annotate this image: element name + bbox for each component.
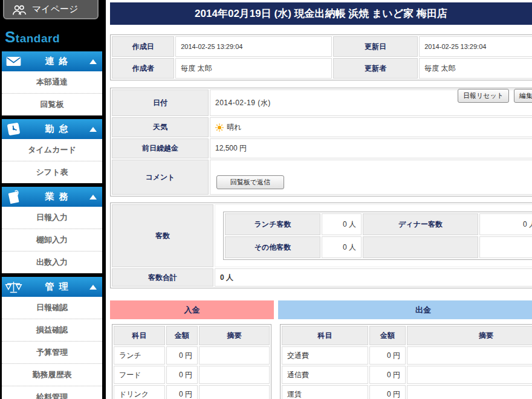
nippo-reset-button[interactable]: 日報リセット <box>458 89 509 103</box>
sun-icon <box>215 123 224 132</box>
col-note: 摘要 <box>407 326 532 345</box>
income-amount: 0 円 <box>166 366 198 384</box>
income-amount: 0 円 <box>166 346 198 365</box>
expense-note <box>407 346 532 365</box>
collapse-arrow-icon <box>89 195 97 199</box>
collapse-arrow-icon <box>89 285 97 290</box>
date-label: 日付 <box>112 89 209 116</box>
table-row: 運賃 0 円 <box>282 385 532 399</box>
created-by-value: 毎度 太郎 <box>175 58 332 79</box>
report-table: 日付 2014-02-19 (水) 天気 晴れ 前日繰越金 12,500 円 コ… <box>110 88 532 196</box>
sidebar-item-tanaoroshi-input[interactable]: 棚卸入力 <box>2 229 102 251</box>
table-row: ランチ 0 円 <box>114 346 270 365</box>
meta-table: 作成日 2014-02-25 13:29:04 更新日 2014-02-25 1… <box>110 34 532 80</box>
section-items: 日報入力 棚卸入力 出数入力 <box>2 207 102 273</box>
guests-total-value: 0 人 <box>215 268 532 287</box>
expense-subject: 運賃 <box>282 385 368 399</box>
lunch-guests-label: ランチ客数 <box>225 213 320 235</box>
updated-date-label: 更新日 <box>333 36 418 57</box>
expense-block: 出金 科目 金額 摘要 交通費 0 円 通信費 0 円 <box>278 300 532 399</box>
comment-label: コメント <box>112 160 209 195</box>
section-label: 業務 <box>24 191 89 203</box>
sidebar-item-nippo-input[interactable]: 日報入力 <box>2 207 102 229</box>
mypage-button[interactable]: マイページ <box>3 0 99 19</box>
weather-value-cell: 晴れ <box>210 117 532 137</box>
sidebar-item-yosan-kanri[interactable]: 予算管理 <box>2 342 102 364</box>
dinner-guests-value: 0 人 <box>479 213 532 235</box>
date-row-buttons: 日報リセット 編集画面 <box>458 89 532 103</box>
other-guests-label: その他客数 <box>225 236 320 258</box>
table-row: 通信費 0 円 <box>282 366 532 384</box>
sidebar-item-kairanban[interactable]: 回覧板 <box>2 94 102 115</box>
section-label: 勤怠 <box>24 123 89 135</box>
edit-screen-button[interactable]: 編集画面 <box>514 89 532 103</box>
sidebar-section-attendance[interactable]: 勤怠 <box>2 119 102 139</box>
table-row: ドリンク 0 円 <box>114 385 270 399</box>
brand-logo: Standard <box>5 28 106 47</box>
money-section: 入金 科目 金額 摘要 ランチ 0 円 フード 0 円 <box>110 300 532 399</box>
sidebar-item-timecard[interactable]: タイムカード <box>2 139 102 161</box>
sidebar: マイページ Standard 連絡 本部通達 回覧板 勤怠 タイムカード シフト… <box>0 0 106 399</box>
envelope-icon <box>3 56 24 67</box>
clipboard-icon <box>3 189 24 204</box>
updated-date-value: 2014-02-25 13:29:04 <box>419 36 532 57</box>
created-date-value: 2014-02-25 13:29:04 <box>175 36 332 57</box>
expense-amount: 0 円 <box>369 366 406 384</box>
sidebar-section-contact[interactable]: 連絡 <box>2 51 102 71</box>
income-header: 入金 <box>110 300 274 319</box>
col-subject: 科目 <box>114 326 165 345</box>
sidebar-item-shift[interactable]: シフト表 <box>2 161 102 183</box>
collapse-arrow-icon <box>89 127 97 132</box>
section-items: タイムカード シフト表 <box>2 139 102 183</box>
page-title: 2014年02月19日 (水) 現金出納帳 浜焼 まいど家 梅田店 <box>110 2 532 25</box>
guests-inner-cell: ランチ客数 0 人 ディナー客数 0 人 その他客数 0 人 <box>215 204 532 267</box>
col-subject: 科目 <box>282 326 368 345</box>
dinner-guests-label: ディナー客数 <box>363 213 478 235</box>
comment-cell: 回覧板で返信 <box>210 160 532 195</box>
income-note <box>199 366 270 384</box>
income-subject: フード <box>114 366 165 384</box>
expense-amount: 0 円 <box>369 385 406 399</box>
empty-cell <box>479 236 532 258</box>
income-note <box>199 385 270 399</box>
sidebar-item-nippo-check[interactable]: 日報確認 <box>2 297 102 319</box>
sidebar-item-desuu-input[interactable]: 出数入力 <box>2 251 102 273</box>
other-guests-value: 0 人 <box>322 236 362 258</box>
table-row: 客数 ランチ客数 0 人 ディナー客数 0 人 その他客数 0 人 <box>112 204 532 267</box>
income-block: 入金 科目 金額 摘要 ランチ 0 円 フード 0 円 <box>110 300 274 399</box>
created-by-label: 作成者 <box>112 58 174 79</box>
guests-total-label: 客数合計 <box>112 268 213 287</box>
sidebar-item-honbu-tsutatsu[interactable]: 本部通達 <box>2 71 102 94</box>
guests-inner-table: ランチ客数 0 人 ディナー客数 0 人 その他客数 0 人 <box>223 212 532 260</box>
sidebar-item-kinmu-rireki[interactable]: 勤務履歴表 <box>2 364 102 386</box>
clock-icon <box>3 122 24 137</box>
section-label: 連絡 <box>24 56 89 67</box>
section-items: 日報確認 損益確認 予算管理 勤務履歴表 給料管理 <box>2 297 102 399</box>
table-row: 交通費 0 円 <box>282 346 532 365</box>
expense-subject: 通信費 <box>282 366 368 384</box>
col-amount: 金額 <box>369 326 406 345</box>
mypage-label: マイページ <box>32 4 78 15</box>
sidebar-item-soneki-check[interactable]: 損益確認 <box>2 319 102 342</box>
expense-note <box>407 385 532 399</box>
weather-label: 天気 <box>112 117 209 137</box>
table-row: コメント 回覧板で返信 <box>112 160 532 195</box>
income-note <box>199 346 270 365</box>
table-row: 天気 晴れ <box>112 117 532 137</box>
carryover-value: 12,500 円 <box>210 138 532 158</box>
expense-table: 科目 金額 摘要 交通費 0 円 通信費 0 円 運賃 0 円 <box>280 324 532 399</box>
table-row: その他客数 0 人 <box>225 236 532 258</box>
expense-amount: 0 円 <box>369 346 406 365</box>
col-amount: 金額 <box>166 326 198 345</box>
sidebar-item-kyuryo-kanri[interactable]: 給料管理 <box>2 386 102 399</box>
sidebar-section-management[interactable]: 管理 <box>2 277 102 297</box>
expense-subject: 交通費 <box>282 346 368 365</box>
table-row: 作成日 2014-02-25 13:29:04 更新日 2014-02-25 1… <box>112 36 532 57</box>
carryover-label: 前日繰越金 <box>112 138 209 158</box>
user-icon <box>11 5 27 15</box>
section-items: 本部通達 回覧板 <box>2 71 102 115</box>
section-label: 管理 <box>24 281 89 293</box>
reply-kairanban-button[interactable]: 回覧板で返信 <box>216 175 284 189</box>
sidebar-section-operations[interactable]: 業務 <box>2 187 102 207</box>
table-row: 前日繰越金 12,500 円 <box>112 138 532 158</box>
